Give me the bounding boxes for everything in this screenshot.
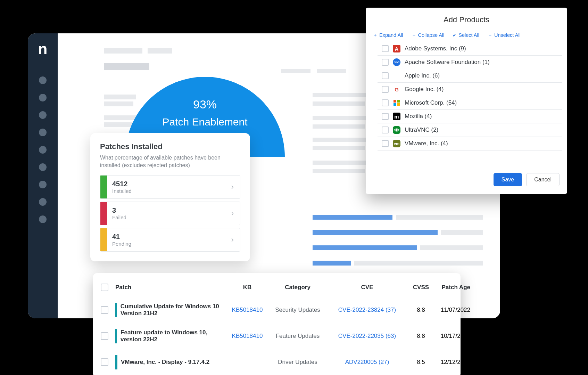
nav-item[interactable] bbox=[39, 76, 47, 84]
vendor-name: VMware, Inc. (4) bbox=[405, 140, 448, 147]
col-kb: KB bbox=[243, 284, 252, 291]
stat-value: 4512 bbox=[112, 180, 226, 188]
apple-icon bbox=[393, 72, 400, 80]
vendor-row[interactable]: G Google Inc. (4) bbox=[378, 83, 562, 96]
cvss: 8.5 bbox=[417, 359, 425, 366]
vendor-row[interactable]: m Mozilla (4) bbox=[378, 110, 562, 123]
vendor-checkbox[interactable] bbox=[382, 113, 389, 120]
vendor-tree[interactable]: A Adobe Systems, Inc (9) 〰 Apache Softwa… bbox=[366, 42, 567, 167]
vendor-row[interactable]: 👁 UltraVNC (2) bbox=[378, 123, 562, 137]
stat-label: Pending bbox=[112, 241, 226, 247]
vendor-checkbox[interactable] bbox=[382, 72, 389, 79]
table-row[interactable]: Cumulative Update for Windows 10 Version… bbox=[93, 297, 461, 323]
vendor-name: Google Inc. (4) bbox=[405, 86, 444, 93]
stat-label: Installed bbox=[112, 188, 226, 194]
nav-item[interactable] bbox=[39, 163, 47, 171]
modal-toolbar: ＋Expand All －Collapse All ✓Select All －U… bbox=[366, 30, 567, 42]
row-checkbox[interactable] bbox=[101, 306, 108, 314]
vendor-checkbox[interactable] bbox=[382, 45, 389, 52]
patch-table: Patch KB Category CVE CVSS Patch Age Cum… bbox=[93, 273, 461, 375]
card-title: Patches Installed bbox=[100, 142, 240, 151]
cve-link[interactable]: CVE-2022-22035 (63) bbox=[338, 333, 396, 340]
chevron-right-icon: › bbox=[231, 209, 234, 218]
vmware-icon: vm bbox=[393, 140, 400, 147]
vendor-checkbox[interactable] bbox=[382, 86, 389, 93]
nav-item[interactable] bbox=[39, 111, 47, 119]
expand-all-button[interactable]: ＋Expand All bbox=[373, 32, 403, 38]
modal-title: Add Products bbox=[366, 8, 567, 30]
nav-item[interactable] bbox=[39, 215, 47, 223]
col-age: Patch Age bbox=[441, 284, 477, 291]
app-logo: n bbox=[38, 40, 48, 58]
table-row[interactable]: VMware, Inc. - Display - 9.17.4.2 Driver… bbox=[93, 349, 461, 375]
category: Driver Updates bbox=[278, 359, 317, 366]
gauge-label: Patch Enablement bbox=[125, 116, 285, 128]
vendor-row[interactable]: vm VMware, Inc. (4) bbox=[378, 137, 562, 150]
adobe-icon: A bbox=[393, 45, 400, 52]
cancel-button[interactable]: Cancel bbox=[526, 173, 560, 186]
collapse-all-button[interactable]: －Collapse All bbox=[412, 32, 445, 38]
vendor-name: UltraVNC (2) bbox=[405, 127, 438, 133]
cvss: 8.8 bbox=[417, 307, 425, 313]
vendor-name: Adobe Systems, Inc (9) bbox=[405, 45, 466, 52]
gauge-percent: 93% bbox=[125, 98, 285, 111]
save-button[interactable]: Save bbox=[494, 173, 522, 186]
vendor-row[interactable]: Microsoft Corp. (54) bbox=[378, 96, 562, 110]
nav-item[interactable] bbox=[39, 94, 47, 101]
table-row[interactable]: Feature update to Windows 10, version 22… bbox=[93, 323, 461, 349]
nav-item[interactable] bbox=[39, 129, 47, 136]
ultravnc-icon: 👁 bbox=[393, 126, 400, 134]
patch-age: 12/12/2022 bbox=[441, 359, 477, 366]
col-category: Category bbox=[285, 284, 310, 291]
patches-installed-card: Patches Installed What percentage of ava… bbox=[90, 133, 250, 261]
vendor-row[interactable]: Apple Inc. (6) bbox=[378, 69, 562, 83]
nav-item[interactable] bbox=[39, 198, 47, 206]
stat-value: 41 bbox=[112, 233, 226, 241]
patch-title: Cumulative Update for Windows 10 Version… bbox=[121, 303, 226, 317]
sidebar: n bbox=[28, 33, 58, 318]
plus-icon: ＋ bbox=[373, 32, 378, 38]
apache-icon: 〰 bbox=[393, 58, 400, 66]
nav-item[interactable] bbox=[39, 146, 47, 154]
vendor-row[interactable]: A Adobe Systems, Inc (9) bbox=[378, 42, 562, 56]
cve-link[interactable]: CVE-2022-23824 (37) bbox=[338, 307, 396, 313]
patch-title: VMware, Inc. - Display - 9.17.4.2 bbox=[121, 359, 209, 366]
vendor-checkbox[interactable] bbox=[382, 140, 389, 147]
svg-rect-3 bbox=[397, 103, 400, 106]
card-desc: What percentage of available patches hav… bbox=[100, 154, 240, 169]
add-products-modal: Add Products ＋Expand All －Collapse All ✓… bbox=[366, 8, 567, 194]
svg-rect-2 bbox=[394, 103, 396, 106]
vendor-checkbox[interactable] bbox=[382, 59, 389, 66]
kb-link[interactable]: KB5018410 bbox=[232, 333, 263, 340]
row-checkbox[interactable] bbox=[101, 332, 108, 340]
svg-rect-0 bbox=[394, 100, 396, 103]
microsoft-icon bbox=[393, 99, 400, 107]
stat-value: 3 bbox=[112, 206, 226, 214]
patch-age: 10/17/2022 bbox=[441, 333, 477, 340]
cvss: 8.8 bbox=[417, 333, 425, 340]
select-all-button[interactable]: ✓Select All bbox=[453, 32, 479, 38]
select-all-checkbox[interactable] bbox=[101, 284, 108, 291]
vendor-row[interactable]: 〰 Apache Software Foundation (1) bbox=[378, 56, 562, 69]
vendor-name: Apple Inc. (6) bbox=[405, 72, 440, 79]
category: Security Updates bbox=[275, 307, 320, 313]
vendor-checkbox[interactable] bbox=[382, 99, 389, 106]
col-patch: Patch bbox=[115, 284, 226, 291]
patch-age: 11/07/2022 bbox=[441, 307, 477, 313]
row-checkbox[interactable] bbox=[101, 358, 108, 366]
svg-rect-1 bbox=[397, 100, 400, 103]
mozilla-icon: m bbox=[393, 113, 400, 120]
nav-item[interactable] bbox=[39, 181, 47, 188]
stat-row-failed[interactable]: 3 Failed › bbox=[100, 202, 240, 225]
stat-row-installed[interactable]: 4512 Installed › bbox=[100, 175, 240, 199]
cve-link[interactable]: ADV220005 (27) bbox=[345, 359, 389, 366]
unselect-all-button[interactable]: －Unselect All bbox=[488, 32, 521, 38]
kb-link[interactable]: KB5018410 bbox=[232, 307, 263, 313]
col-cvss: CVSS bbox=[413, 284, 429, 291]
vendor-name: Mozilla (4) bbox=[405, 113, 432, 120]
vendor-checkbox[interactable] bbox=[382, 127, 389, 133]
minus-icon: － bbox=[488, 32, 492, 38]
stat-row-pending[interactable]: 41 Pending › bbox=[100, 228, 240, 252]
minus-icon: － bbox=[412, 32, 416, 38]
vendor-name: Apache Software Foundation (1) bbox=[405, 59, 490, 66]
